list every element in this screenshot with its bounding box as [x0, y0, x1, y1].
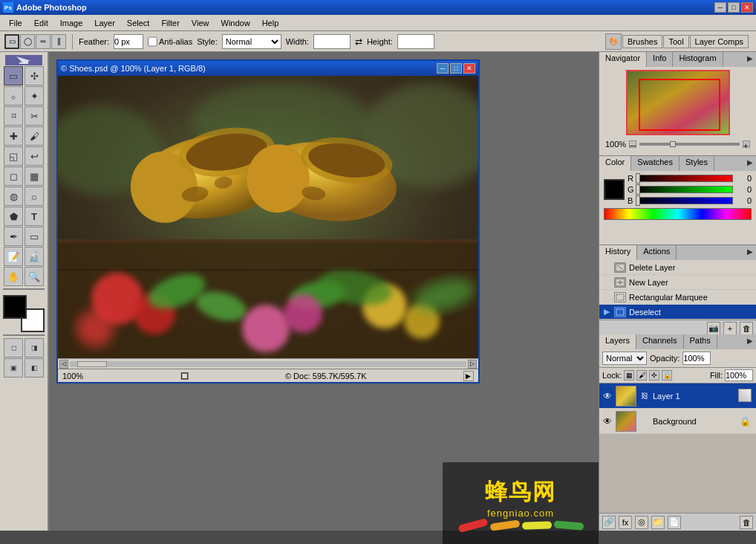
width-input[interactable]	[313, 34, 351, 49]
paths-tab[interactable]: Paths	[684, 334, 717, 349]
doc-info-arrow[interactable]: ▶	[463, 371, 474, 381]
magic-wand-btn[interactable]: ✦	[25, 86, 44, 106]
menu-help[interactable]: Help	[256, 17, 285, 29]
marquee-rect-btn[interactable]: ▭	[4, 34, 19, 49]
hand-tool-btn[interactable]: ✋	[4, 267, 23, 286]
layers-tab[interactable]: Layers	[599, 334, 636, 349]
quickmask-mode-btn[interactable]: ◨	[25, 338, 44, 357]
history-tab[interactable]: History	[599, 245, 637, 260]
r-handle[interactable]	[636, 173, 640, 184]
layer-comps-tab-top[interactable]: Layer Comps	[690, 35, 749, 48]
menu-file[interactable]: File	[3, 17, 28, 29]
marquee-row-btn[interactable]: ═	[36, 34, 50, 49]
clone-tool-btn[interactable]: ◱	[4, 146, 23, 166]
slice-tool-btn[interactable]: ✂	[25, 106, 44, 126]
height-input[interactable]	[397, 34, 434, 49]
history-panel-menu[interactable]: ▶	[747, 247, 753, 256]
shape-tool-btn[interactable]: ▭	[25, 227, 44, 246]
link-layers-btn[interactable]: 🔗	[602, 516, 616, 529]
r-slider[interactable]	[636, 175, 733, 182]
b-handle[interactable]	[636, 195, 640, 206]
history-brush-btn[interactable]: ↩	[25, 146, 44, 166]
dodge-tool-btn[interactable]: ☼	[25, 187, 44, 206]
history-camera-btn[interactable]: 📷	[707, 322, 720, 335]
eyedropper-btn[interactable]: 🔬	[25, 247, 44, 266]
layer-1-item[interactable]: 👁 ⛓ Layer 1	[599, 383, 756, 409]
type-tool-btn[interactable]: T	[25, 207, 44, 226]
doc-close-btn[interactable]: ✕	[463, 63, 475, 74]
layer-1-chain[interactable]: ⛓	[639, 391, 650, 401]
menu-view[interactable]: View	[186, 17, 215, 29]
move-tool-btn[interactable]: ✣	[25, 66, 44, 85]
new-group-btn[interactable]: 📁	[651, 516, 665, 529]
layer-1-visibility[interactable]: 👁	[602, 391, 613, 401]
style-select[interactable]: Normal Fixed Aspect Ratio Fixed Size	[222, 34, 281, 49]
scroll-left-btn[interactable]: ◁	[59, 360, 68, 369]
zoom-slider-thumb[interactable]	[670, 141, 676, 147]
app-maximize-btn[interactable]: □	[728, 2, 740, 13]
scroll-right-btn[interactable]: ▷	[468, 360, 477, 369]
anti-alias-checkbox[interactable]	[148, 34, 157, 49]
blend-mode-select[interactable]: Normal Multiply Screen	[602, 352, 647, 365]
scroll-thumb[interactable]	[77, 361, 107, 367]
zoom-in-btn[interactable]: +	[743, 140, 750, 148]
lock-image-btn[interactable]: 🖌	[636, 370, 647, 381]
styles-tab[interactable]: Styles	[680, 156, 714, 171]
app-close-btn[interactable]: ✕	[741, 2, 753, 13]
history-rect-marquee[interactable]: Rectangular Marquee	[599, 290, 756, 305]
marquee-tool-btn[interactable]: ▭	[4, 66, 23, 85]
notes-tool-btn[interactable]: 📝	[4, 247, 23, 266]
marquee-circ-btn[interactable]: ◯	[20, 34, 35, 49]
histogram-tab[interactable]: Histogram	[673, 52, 723, 67]
add-style-btn[interactable]: fx	[619, 516, 632, 529]
lasso-tool-btn[interactable]: ⬦	[4, 86, 23, 106]
history-new-layer[interactable]: New Layer	[599, 275, 756, 290]
zoom-out-btn[interactable]: ─	[629, 140, 636, 148]
foreground-swatch[interactable]	[604, 179, 625, 200]
history-deselect[interactable]: ▶ Deselect	[599, 305, 756, 320]
layers-panel-menu[interactable]: ▶	[747, 337, 753, 345]
channels-tab[interactable]: Channels	[636, 334, 683, 349]
marquee-col-btn[interactable]: ‖	[51, 34, 66, 49]
zoom-tool-btn[interactable]: 🔍	[25, 267, 44, 286]
palette-btn[interactable]: 🎨	[605, 33, 622, 50]
crop-tool-btn[interactable]: ⌗	[4, 106, 23, 126]
history-delete-layer[interactable]: Delete Layer	[599, 260, 756, 275]
doc-minimize-btn[interactable]: ─	[437, 63, 449, 74]
bg-layer-visibility[interactable]: 👁	[602, 416, 613, 427]
app-minimize-btn[interactable]: ─	[714, 2, 726, 13]
new-layer-btn[interactable]: 📄	[668, 516, 681, 529]
eraser-tool-btn[interactable]: ◻	[4, 166, 23, 186]
path-tool-btn[interactable]: ⬟	[4, 207, 23, 226]
color-panel-menu[interactable]: ▶	[747, 158, 753, 166]
menu-edit[interactable]: Edit	[28, 17, 54, 29]
brushes-tab-top[interactable]: Brushes	[622, 35, 662, 48]
actions-tab[interactable]: Actions	[637, 245, 677, 260]
nav-zoom-slider[interactable]	[639, 143, 740, 146]
opacity-input[interactable]	[682, 352, 711, 365]
menu-layer[interactable]: Layer	[88, 17, 121, 29]
gradient-tool-btn[interactable]: ▦	[25, 166, 44, 186]
fill-input[interactable]	[725, 369, 753, 381]
fullscreen-btn[interactable]: ▣	[4, 358, 23, 378]
menu-image[interactable]: Image	[54, 17, 89, 29]
g-slider[interactable]	[636, 186, 733, 193]
navigator-tab[interactable]: Navigator	[599, 52, 647, 67]
doc-hscrollbar[interactable]: ◁ ▷	[58, 358, 478, 369]
b-slider[interactable]	[636, 197, 733, 204]
color-spectrum-bar[interactable]	[604, 208, 752, 220]
background-layer-item[interactable]: 👁 Background 🔒	[599, 409, 756, 434]
bg-layer-chain[interactable]	[639, 416, 650, 427]
blur-tool-btn[interactable]: ◍	[4, 187, 23, 206]
brush-tool-btn[interactable]: 🖌	[25, 126, 44, 146]
scroll-track[interactable]	[70, 361, 466, 367]
heal-tool-btn[interactable]: ✚	[4, 126, 23, 146]
delete-layer-btn[interactable]: 🗑	[740, 516, 753, 529]
lock-transparency-btn[interactable]: ▦	[624, 370, 634, 381]
menu-select[interactable]: Select	[121, 17, 156, 29]
doc-maximize-btn[interactable]: □	[450, 63, 462, 74]
swatches-tab[interactable]: Swatches	[631, 156, 680, 171]
menu-window[interactable]: Window	[215, 17, 256, 29]
info-tab[interactable]: Info	[647, 52, 673, 67]
pen-tool-btn[interactable]: ✒	[4, 227, 23, 246]
